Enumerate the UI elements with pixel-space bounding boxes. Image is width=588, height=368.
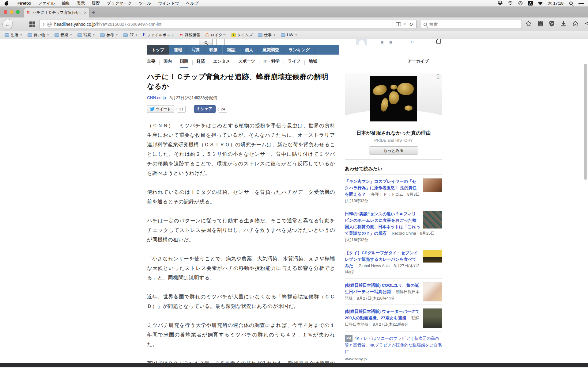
bookmark-folder-hw[interactable]: HW▼ (279, 32, 299, 38)
input-source-icon[interactable]: A (528, 1, 533, 6)
menu-file[interactable]: ファイル (35, 0, 58, 7)
subnav-archive[interactable]: アーカイブ (408, 57, 429, 68)
yahoo-header-button-partial[interactable] (216, 39, 225, 45)
urlbar-dropdown-icon[interactable]: ▼ (404, 23, 406, 26)
subnav-economy[interactable]: 経済 (197, 57, 205, 68)
facebook-share-button[interactable]: f シェア (194, 105, 216, 113)
subnav-it-science[interactable]: IT・科学 (263, 57, 280, 68)
yahoo-search-button-partial[interactable] (199, 39, 213, 45)
shield-icon[interactable] (549, 21, 555, 27)
yahoo-header-icon-partial (381, 41, 383, 44)
related-item[interactable]: 日韓の“美談”センスの違い？＝フィリピンのホームレスに食事をおごった韓国人に称賛… (345, 207, 442, 246)
news-tab-video[interactable]: 映像 (205, 45, 222, 55)
bookmark-filepost[interactable]: Fファイルポスト (141, 32, 176, 38)
bookmark-folder-27[interactable]: 27▼ (122, 32, 139, 38)
browser-tab[interactable]: Y! ハチにＩＣチップ背負わせ... ✕ (24, 8, 90, 17)
news-tab-top[interactable]: トップ (147, 45, 169, 55)
search-input[interactable] (429, 22, 509, 27)
related-heading: あわせて読みたい (345, 166, 442, 175)
search-bar[interactable] (421, 20, 522, 29)
bookmark-times[interactable]: Tタイムズ (230, 32, 254, 38)
bookmark-star-icon[interactable] (526, 21, 532, 27)
ad-title[interactable]: 日本が征服されなかった真の理由 (345, 130, 442, 136)
subnav-life[interactable]: ライフ (288, 57, 300, 68)
share-plane-icon[interactable] (585, 21, 588, 27)
menu-window[interactable]: ウインドウ (155, 0, 183, 7)
article-source-link[interactable]: CNN.co.jp (147, 95, 166, 100)
news-tab-personal[interactable]: 個人 (240, 45, 258, 55)
menu-help[interactable]: ヘルプ (183, 0, 202, 7)
creative-cloud-icon[interactable] (518, 1, 523, 6)
share-count: 24 (219, 106, 227, 113)
spotlight-icon[interactable] (568, 1, 574, 6)
wifi-icon[interactable] (538, 1, 543, 6)
bookmark-reuters[interactable]: ロイター (204, 32, 228, 38)
bookmark-yahoo-transit[interactable]: Y!路線情報 (178, 32, 202, 38)
site-identity-globe-icon[interactable] (47, 22, 52, 27)
menu-view[interactable]: 表示 (73, 0, 88, 7)
pocket-list-icon[interactable] (538, 21, 543, 27)
yahoo-search-input-partial[interactable] (151, 39, 199, 45)
pr-text[interactable]: 4Kテレビはソニーのブラビア｜新次元の高画質と高音質。4Kブラビアが圧倒的な臨場… (345, 336, 442, 354)
related-thumbnail (423, 308, 442, 328)
url-host: headlines.yahoo.co.jp (54, 22, 96, 27)
folder-icon (258, 33, 262, 37)
reload-icon[interactable]: ↻ (409, 21, 413, 27)
related-item[interactable]: (朝鮮日報日本語版) ウォーターパークで200人の動画盗撮、27歳女を逮捕 朝鮮… (345, 305, 442, 332)
tab-title: ハチにＩＣチップ背負わせ... (33, 10, 82, 15)
bookmark-folder-shopping[interactable]: 買い物▼ (26, 32, 51, 38)
news-tab-flash[interactable]: 速報 (169, 45, 187, 55)
ad-more-button[interactable]: もっとみる (369, 146, 418, 155)
subnav-domestic[interactable]: 国内 (164, 57, 172, 68)
menu-edit[interactable]: 編集 (58, 0, 73, 7)
window-zoom-button[interactable] (16, 10, 20, 14)
subnav-international[interactable]: 国際 (180, 57, 188, 68)
menu-bookmarks[interactable]: ブックマーク (103, 0, 135, 7)
related-item[interactable]: 【タイ】CPグループがタイ・セブンイレブンで販売するカレーパンを食べてみた Gl… (345, 246, 442, 279)
menu-firefox[interactable]: Firefox (14, 0, 35, 7)
back-button[interactable]: ← (2, 19, 13, 29)
url-bar[interactable]: ❯ headlines.yahoo.co.jp /hl?a=20150827-3… (39, 20, 417, 29)
tab-groups-icon[interactable] (29, 21, 35, 27)
yahoo-header-icon-partial (390, 41, 392, 44)
avatar[interactable] (356, 39, 367, 45)
new-tab-button[interactable]: + (92, 10, 95, 16)
ad-info-icon[interactable]: i (436, 74, 440, 79)
downloads-icon[interactable] (561, 21, 566, 27)
scrollbar[interactable] (584, 64, 587, 180)
bookmark-folder-life[interactable]: 生活▼ (3, 32, 24, 38)
news-tab-photo[interactable]: 写真 (187, 45, 205, 55)
bookmark-folder-reference[interactable]: 参考▼ (99, 32, 119, 38)
related-item[interactable]: (朝鮮日報日本語版) COOLユリ、娘の誕生日パーティー写真公開 朝鮮日報日本語… (345, 279, 442, 305)
subnav-region[interactable]: 地域 (309, 57, 317, 68)
window-minimize-button[interactable] (10, 10, 13, 14)
wifi-transfer-icon[interactable] (508, 1, 513, 6)
news-tab-ranking[interactable]: ランキング (284, 45, 315, 55)
related-item[interactable]: 「キン肉マン」コスプレイヤーの「セクハラ行為」に原作者激怒！ 法的責任を問える？… (345, 175, 442, 207)
menu-history[interactable]: 履歴 (88, 0, 103, 7)
home-icon[interactable] (572, 21, 579, 27)
bookmarks-toolbar: 生活▼ 買い物▼ 音楽▼ 写真▼ 参考▼ 27▼ Fファイルポスト Y!路線情報… (0, 31, 588, 39)
apple-menu-icon[interactable] (4, 1, 9, 6)
menubar-clock[interactable]: 木 17:18 (548, 1, 564, 6)
cart-icon[interactable] (436, 40, 441, 44)
folder-icon (123, 33, 128, 37)
subnav-sports[interactable]: スポーツ (238, 57, 255, 68)
dropbox-icon[interactable] (498, 1, 503, 6)
url-path: /hl?a=20150827-35069497-cnn-int (96, 22, 161, 27)
menu-tools[interactable]: ツール (135, 0, 155, 7)
top-ad[interactable]: i 日本が征服されなかった真の理由 PRIDE and HISTORY もっとみ… (345, 73, 442, 160)
reader-mode-icon[interactable] (396, 22, 401, 26)
tab-close-icon[interactable]: ✕ (84, 10, 87, 15)
news-tab-magazine[interactable]: 雑誌 (222, 45, 240, 55)
news-tab-poll[interactable]: 意識調査 (258, 45, 284, 55)
notification-center-icon[interactable] (579, 1, 584, 6)
tweet-button[interactable]: ツイート (147, 105, 174, 113)
window-close-button[interactable] (4, 10, 7, 14)
subnav-main[interactable]: 主要 (147, 57, 155, 68)
bookmark-folder-music[interactable]: 音楽▼ (53, 32, 74, 38)
subnav-entertainment[interactable]: エンタメ (213, 57, 230, 68)
article: ハチにＩＣチップ背負わせ追跡、蜂群崩壊症候群の解明なるか CNN.co.jp 8… (147, 72, 335, 368)
bookmark-folder-photo[interactable]: 写真▼ (76, 32, 97, 38)
bookmark-folder-work[interactable]: 仕事▼ (256, 32, 277, 38)
